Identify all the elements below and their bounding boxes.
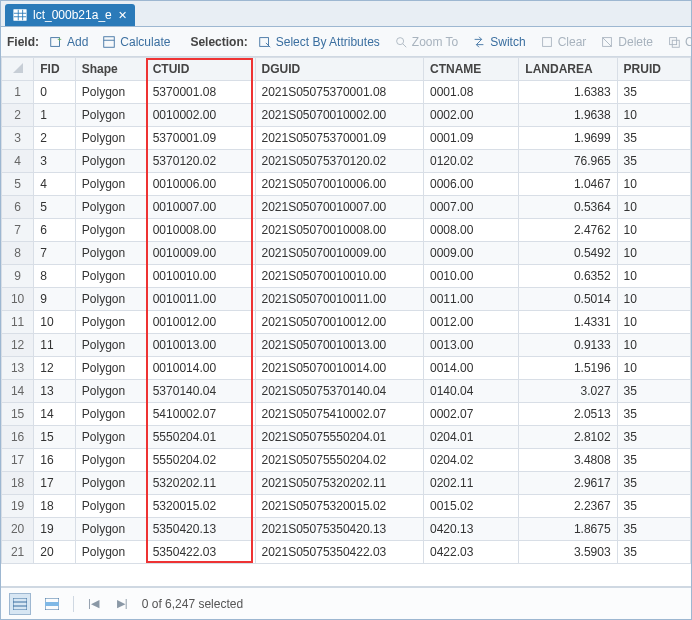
cell-fid[interactable]: 2 bbox=[34, 127, 76, 150]
cell-pruid[interactable]: 35 bbox=[617, 541, 690, 564]
cell-landarea[interactable]: 0.5492 bbox=[519, 242, 617, 265]
cell-fid[interactable]: 19 bbox=[34, 518, 76, 541]
cell-dguid[interactable]: 2021S05070010002.00 bbox=[255, 104, 423, 127]
cell-dguid[interactable]: 2021S05075320202.11 bbox=[255, 472, 423, 495]
row-number[interactable]: 18 bbox=[2, 472, 34, 495]
cell-dguid[interactable]: 2021S05075370120.02 bbox=[255, 150, 423, 173]
table-row[interactable]: 1514Polygon5410002.072021S05075410002.07… bbox=[2, 403, 691, 426]
row-number[interactable]: 15 bbox=[2, 403, 34, 426]
cell-pruid[interactable]: 35 bbox=[617, 127, 690, 150]
cell-pruid[interactable]: 35 bbox=[617, 150, 690, 173]
row-number[interactable]: 19 bbox=[2, 495, 34, 518]
cell-ctname[interactable]: 0014.00 bbox=[423, 357, 518, 380]
cell-ctuid[interactable]: 0010010.00 bbox=[146, 265, 255, 288]
cell-ctname[interactable]: 0002.07 bbox=[423, 403, 518, 426]
table-row[interactable]: 1413Polygon5370140.042021S05075370140.04… bbox=[2, 380, 691, 403]
cell-pruid[interactable]: 35 bbox=[617, 472, 690, 495]
cell-pruid[interactable]: 10 bbox=[617, 311, 690, 334]
cell-pruid[interactable]: 10 bbox=[617, 242, 690, 265]
cell-dguid[interactable]: 2021S05075350420.13 bbox=[255, 518, 423, 541]
table-row[interactable]: 43Polygon5370120.022021S05075370120.0201… bbox=[2, 150, 691, 173]
row-number[interactable]: 20 bbox=[2, 518, 34, 541]
cell-dguid[interactable]: 2021S05070010012.00 bbox=[255, 311, 423, 334]
col-landarea[interactable]: LANDAREA bbox=[519, 58, 617, 81]
cell-ctname[interactable]: 0001.08 bbox=[423, 81, 518, 104]
cell-dguid[interactable]: 2021S05070010008.00 bbox=[255, 219, 423, 242]
cell-fid[interactable]: 3 bbox=[34, 150, 76, 173]
row-number[interactable]: 13 bbox=[2, 357, 34, 380]
cell-shape[interactable]: Polygon bbox=[75, 242, 146, 265]
cell-ctname[interactable]: 0011.00 bbox=[423, 288, 518, 311]
col-dguid[interactable]: DGUID bbox=[255, 58, 423, 81]
cell-ctuid[interactable]: 5370001.09 bbox=[146, 127, 255, 150]
cell-pruid[interactable]: 35 bbox=[617, 518, 690, 541]
cell-landarea[interactable]: 2.0513 bbox=[519, 403, 617, 426]
cell-landarea[interactable]: 3.5903 bbox=[519, 541, 617, 564]
cell-dguid[interactable]: 2021S05075350422.03 bbox=[255, 541, 423, 564]
row-number[interactable]: 8 bbox=[2, 242, 34, 265]
cell-ctuid[interactable]: 0010008.00 bbox=[146, 219, 255, 242]
cell-landarea[interactable]: 1.0467 bbox=[519, 173, 617, 196]
calculate-field-button[interactable]: Calculate bbox=[98, 33, 174, 51]
cell-shape[interactable]: Polygon bbox=[75, 541, 146, 564]
cell-ctuid[interactable]: 0010013.00 bbox=[146, 334, 255, 357]
cell-dguid[interactable]: 2021S05070010013.00 bbox=[255, 334, 423, 357]
close-tab-icon[interactable]: ✕ bbox=[118, 9, 127, 22]
cell-dguid[interactable]: 2021S05075410002.07 bbox=[255, 403, 423, 426]
cell-pruid[interactable]: 10 bbox=[617, 334, 690, 357]
table-row[interactable]: 21Polygon0010002.002021S05070010002.0000… bbox=[2, 104, 691, 127]
cell-dguid[interactable]: 2021S05075320015.02 bbox=[255, 495, 423, 518]
switch-selection-button[interactable]: Switch bbox=[468, 33, 529, 51]
select-by-attributes-button[interactable]: Select By Attributes bbox=[254, 33, 384, 51]
cell-ctname[interactable]: 0002.00 bbox=[423, 104, 518, 127]
cell-shape[interactable]: Polygon bbox=[75, 288, 146, 311]
row-number[interactable]: 10 bbox=[2, 288, 34, 311]
table-row[interactable]: 2120Polygon5350422.032021S05075350422.03… bbox=[2, 541, 691, 564]
cell-landarea[interactable]: 0.6352 bbox=[519, 265, 617, 288]
cell-ctuid[interactable]: 5410002.07 bbox=[146, 403, 255, 426]
cell-shape[interactable]: Polygon bbox=[75, 219, 146, 242]
add-field-button[interactable]: Add bbox=[45, 33, 92, 51]
cell-ctname[interactable]: 0204.02 bbox=[423, 449, 518, 472]
cell-ctuid[interactable]: 0010012.00 bbox=[146, 311, 255, 334]
row-number[interactable]: 11 bbox=[2, 311, 34, 334]
cell-shape[interactable]: Polygon bbox=[75, 403, 146, 426]
cell-ctuid[interactable]: 0010011.00 bbox=[146, 288, 255, 311]
cell-fid[interactable]: 9 bbox=[34, 288, 76, 311]
row-number[interactable]: 6 bbox=[2, 196, 34, 219]
row-number[interactable]: 1 bbox=[2, 81, 34, 104]
cell-shape[interactable]: Polygon bbox=[75, 518, 146, 541]
cell-ctname[interactable]: 0006.00 bbox=[423, 173, 518, 196]
cell-fid[interactable]: 1 bbox=[34, 104, 76, 127]
first-record-button[interactable]: |◀ bbox=[84, 597, 103, 610]
cell-dguid[interactable]: 2021S05070010006.00 bbox=[255, 173, 423, 196]
cell-landarea[interactable]: 2.9617 bbox=[519, 472, 617, 495]
cell-dguid[interactable]: 2021S05070010007.00 bbox=[255, 196, 423, 219]
cell-dguid[interactable]: 2021S05075370001.08 bbox=[255, 81, 423, 104]
cell-shape[interactable]: Polygon bbox=[75, 196, 146, 219]
show-selected-records-button[interactable] bbox=[41, 593, 63, 615]
row-number[interactable]: 5 bbox=[2, 173, 34, 196]
row-number[interactable]: 16 bbox=[2, 426, 34, 449]
cell-shape[interactable]: Polygon bbox=[75, 265, 146, 288]
cell-ctuid[interactable]: 5320015.02 bbox=[146, 495, 255, 518]
corner-cell[interactable] bbox=[2, 58, 34, 81]
cell-ctuid[interactable]: 5550204.02 bbox=[146, 449, 255, 472]
cell-shape[interactable]: Polygon bbox=[75, 380, 146, 403]
cell-fid[interactable]: 6 bbox=[34, 219, 76, 242]
cell-ctname[interactable]: 0001.09 bbox=[423, 127, 518, 150]
cell-dguid[interactable]: 2021S05075550204.01 bbox=[255, 426, 423, 449]
cell-ctname[interactable]: 0012.00 bbox=[423, 311, 518, 334]
cell-pruid[interactable]: 35 bbox=[617, 403, 690, 426]
row-number[interactable]: 21 bbox=[2, 541, 34, 564]
cell-ctuid[interactable]: 5320202.11 bbox=[146, 472, 255, 495]
cell-fid[interactable]: 7 bbox=[34, 242, 76, 265]
table-row[interactable]: 98Polygon0010010.002021S05070010010.0000… bbox=[2, 265, 691, 288]
row-number[interactable]: 2 bbox=[2, 104, 34, 127]
cell-landarea[interactable]: 3.027 bbox=[519, 380, 617, 403]
cell-pruid[interactable]: 35 bbox=[617, 495, 690, 518]
table-row[interactable]: 1110Polygon0010012.002021S05070010012.00… bbox=[2, 311, 691, 334]
cell-shape[interactable]: Polygon bbox=[75, 357, 146, 380]
table-row[interactable]: 54Polygon0010006.002021S05070010006.0000… bbox=[2, 173, 691, 196]
cell-landarea[interactable]: 1.6383 bbox=[519, 81, 617, 104]
